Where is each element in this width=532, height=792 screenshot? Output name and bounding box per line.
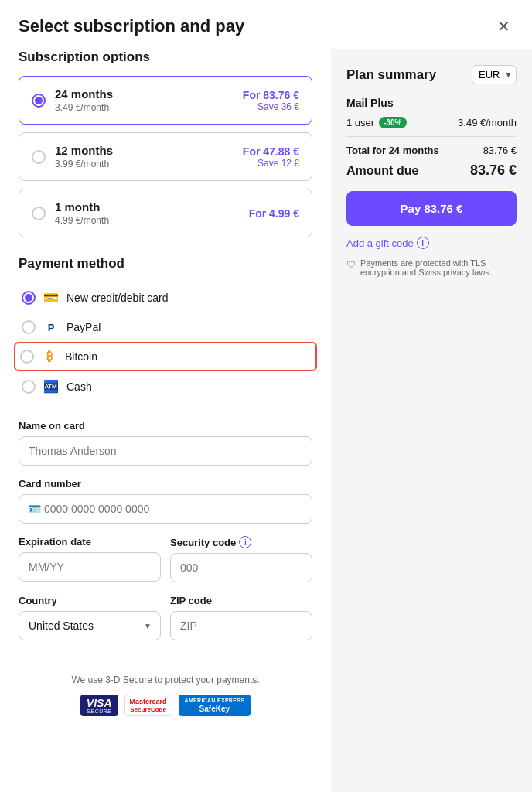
price-per-month: 3.49 €/month — [458, 117, 517, 128]
sub-total-1month: For 4.99 € — [249, 207, 299, 220]
radio-cash — [22, 380, 36, 394]
sub-total-24months: For 83.76 € — [243, 89, 299, 101]
modal-container: Select subscription and pay ✕ Subscripti… — [0, 0, 532, 792]
country-select-wrapper: United States United Kingdom Germany Fra… — [19, 611, 161, 640]
gift-code-link[interactable]: Add a gift code i — [346, 237, 517, 249]
radio-1month — [32, 207, 46, 220]
sub-price-24months: 3.49 €/month — [55, 102, 234, 113]
expiry-input[interactable] — [19, 552, 161, 582]
sub-price-12months: 3.99 €/month — [55, 159, 234, 169]
expiry-label: Expiration date — [19, 536, 161, 548]
sub-label-12months: 12 months — [55, 144, 234, 157]
country-select[interactable]: United States United Kingdom Germany Fra… — [19, 611, 161, 640]
plan-total-row: Total for 24 months 83.76 € — [346, 145, 517, 156]
gift-code-info-icon[interactable]: i — [417, 237, 429, 249]
plan-summary-header: Plan summary EUR USD GBP — [346, 65, 517, 84]
amount-due-value: 83.76 € — [470, 162, 517, 179]
security-input[interactable] — [170, 553, 312, 582]
name-label: Name on card — [19, 420, 312, 432]
country-label: Country — [19, 595, 161, 606]
plan-user-row: 1 user -30% 3.49 €/month — [346, 117, 517, 128]
card-logos: VISA SECURE Mastercard SecureCode AMERIC… — [19, 695, 312, 716]
security-label: Security code i — [170, 536, 312, 548]
payment-section-title: Payment method — [19, 256, 312, 271]
close-button[interactable]: ✕ — [494, 15, 513, 37]
amex-logo: AMERICAN EXPRESS SafeKey — [179, 695, 251, 716]
left-panel: Subscription options 24 months 3.49 €/mo… — [0, 50, 331, 792]
amount-due-label: Amount due — [346, 164, 418, 178]
subscription-option-24months[interactable]: 24 months 3.49 €/month For 83.76 € Save … — [19, 76, 312, 125]
country-group: Country United States United Kingdom Ger… — [19, 595, 161, 640]
plan-summary-title: Plan summary — [346, 67, 436, 83]
payment-label-bitcoin: Bitcoin — [65, 350, 97, 363]
radio-24months — [32, 94, 46, 108]
payment-option-paypal[interactable]: P PayPal — [19, 312, 312, 342]
card-number-label: Card number — [19, 478, 312, 490]
sub-price-1month: 4.99 €/month — [55, 215, 240, 226]
card-icon: 💳 — [43, 290, 59, 305]
sub-total-12months: For 47.88 € — [243, 145, 299, 158]
card-input-wrapper: 🪪 — [19, 494, 312, 524]
sub-save-24months: Save 36 € — [243, 101, 299, 112]
mastercard-logo: Mastercard SecureCode — [124, 695, 172, 716]
radio-card — [22, 291, 36, 305]
total-value: 83.76 € — [483, 145, 517, 156]
right-panel: Plan summary EUR USD GBP Mail Plus 1 use… — [331, 50, 532, 792]
discount-badge: -30% — [379, 117, 406, 128]
user-label: 1 user — [346, 117, 374, 128]
shield-icon: 🛡 — [346, 259, 356, 270]
currency-select[interactable]: EUR USD GBP — [472, 65, 517, 84]
modal-title: Select subscription and pay — [19, 16, 244, 36]
sub-label-1month: 1 month — [55, 200, 240, 213]
amount-due-row: Amount due 83.76 € — [346, 162, 517, 179]
card-number-group: Card number 🪪 — [19, 478, 312, 524]
security-group: Security code i — [170, 536, 312, 582]
zip-input[interactable] — [170, 611, 312, 640]
payment-option-bitcoin[interactable]: ₿ Bitcoin — [14, 342, 317, 371]
payment-label-cash: Cash — [66, 381, 92, 393]
paypal-icon: P — [43, 322, 59, 333]
name-field-group: Name on card — [19, 420, 312, 466]
tls-note: 🛡 Payments are protected with TLS encryp… — [346, 258, 517, 277]
pay-button[interactable]: Pay 83.76 € — [346, 191, 517, 226]
payment-label-card: New credit/debit card — [66, 292, 169, 304]
payment-label-paypal: PayPal — [66, 321, 101, 333]
plan-divider — [346, 136, 517, 137]
radio-12months — [32, 150, 46, 164]
payment-option-card[interactable]: 💳 New credit/debit card — [19, 282, 312, 312]
sub-label-24months: 24 months — [55, 87, 234, 101]
zip-group: ZIP code — [170, 595, 312, 640]
payment-option-cash[interactable]: 🏧 Cash — [19, 371, 312, 401]
visa-logo: VISA SECURE — [80, 695, 118, 716]
subscription-section-title: Subscription options — [19, 50, 312, 65]
subscription-option-1month[interactable]: 1 month 4.99 €/month For 4.99 € — [19, 189, 312, 237]
payment-form: Name on card Card number 🪪 Expiration da… — [19, 420, 312, 653]
country-zip-row: Country United States United Kingdom Ger… — [19, 595, 312, 653]
radio-paypal — [22, 320, 36, 334]
expiry-group: Expiration date — [19, 536, 161, 582]
bitcoin-icon: ₿ — [42, 350, 57, 364]
security-info-icon[interactable]: i — [239, 536, 251, 548]
zip-label: ZIP code — [170, 595, 312, 606]
cash-icon: 🏧 — [43, 379, 59, 394]
expiry-security-row: Expiration date Security code i — [19, 536, 312, 595]
radio-bitcoin — [20, 350, 34, 364]
sub-save-12months: Save 12 € — [243, 158, 299, 169]
card-field-icon: 🪪 — [28, 503, 41, 515]
plan-name: Mail Plus — [346, 97, 517, 109]
currency-wrapper: EUR USD GBP — [472, 65, 517, 84]
card-number-input[interactable] — [19, 494, 312, 524]
payment-section: Payment method 💳 New credit/debit card P… — [19, 256, 312, 401]
total-label: Total for 24 months — [346, 145, 439, 156]
security-note: We use 3-D Secure to protect your paymen… — [19, 674, 312, 716]
name-input[interactable] — [19, 436, 312, 466]
modal-header: Select subscription and pay ✕ — [0, 0, 532, 50]
modal-body: Subscription options 24 months 3.49 €/mo… — [0, 50, 532, 792]
subscription-option-12months[interactable]: 12 months 3.99 €/month For 47.88 € Save … — [19, 132, 312, 181]
